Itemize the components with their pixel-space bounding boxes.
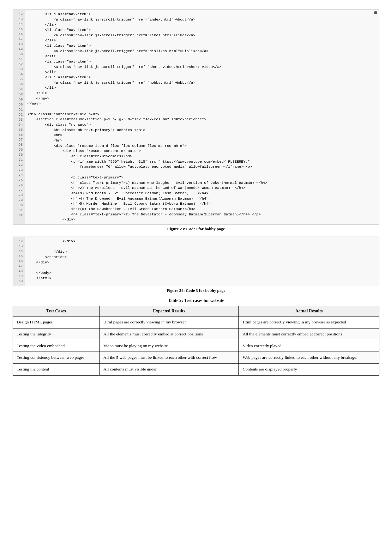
line-numbers-23: 4243444546474849505152535455565758596061… bbox=[13, 10, 25, 224]
corner-indicator bbox=[374, 11, 377, 14]
cell-actual: Html pages are correctly viewing in my b… bbox=[239, 316, 379, 328]
figure23-container: 4243444546474849505152535455565758596061… bbox=[13, 9, 379, 232]
line-number: 71 bbox=[14, 158, 23, 163]
line-number: 47 bbox=[14, 37, 23, 42]
line-number: 49 bbox=[14, 274, 23, 279]
line-number: 50 bbox=[14, 279, 23, 284]
line-number: 46 bbox=[14, 259, 23, 264]
cell-expected: Video must be playing on my website bbox=[100, 340, 239, 352]
line-number: 78 bbox=[14, 193, 23, 198]
line-number: 69 bbox=[14, 148, 23, 153]
line-number: 68 bbox=[14, 142, 23, 148]
line-number: 59 bbox=[14, 97, 23, 102]
line-number: 62 bbox=[14, 112, 23, 117]
line-number: 77 bbox=[14, 188, 23, 193]
line-number: 43 bbox=[14, 244, 23, 249]
test-cases-table: Test Cases Expected Results Actual Resul… bbox=[13, 306, 379, 375]
line-number: 48 bbox=[14, 269, 23, 274]
table-row: Testing consistency between web pagesAll… bbox=[13, 352, 379, 364]
table-row: Testing the video embeddedVideo must be … bbox=[13, 340, 379, 352]
cell-test-case: Testing the content bbox=[13, 364, 100, 375]
code-content-24: </div> </div> </section> </div> </body> … bbox=[25, 237, 379, 286]
line-number: 73 bbox=[14, 168, 23, 173]
line-number: 64 bbox=[14, 123, 23, 128]
line-number: 55 bbox=[14, 77, 23, 82]
line-number: 61 bbox=[14, 107, 23, 112]
code-figure-23: 4243444546474849505152535455565758596061… bbox=[13, 9, 379, 225]
line-number: 70 bbox=[14, 153, 23, 158]
line-numbers-24: 424344454647484950 bbox=[13, 237, 25, 286]
line-number: 82 bbox=[14, 213, 23, 218]
col-header-expected: Expected Results bbox=[100, 306, 239, 316]
cell-test-case: Testing the integrity bbox=[13, 328, 100, 340]
line-number: 52 bbox=[14, 62, 23, 67]
line-number: 57 bbox=[14, 87, 23, 92]
line-number: 42 bbox=[14, 12, 23, 17]
line-number: 81 bbox=[14, 208, 23, 213]
line-number: 50 bbox=[14, 52, 23, 57]
line-number: 63 bbox=[14, 117, 23, 123]
line-number: 76 bbox=[14, 183, 23, 188]
line-number: 75 bbox=[14, 178, 23, 183]
line-number: 45 bbox=[14, 254, 23, 259]
line-number: 42 bbox=[14, 239, 23, 244]
cell-test-case: Testing the video embedded bbox=[13, 340, 100, 352]
line-number: 72 bbox=[14, 163, 23, 168]
cell-expected: All the 5 web pages must be linked to ea… bbox=[100, 352, 239, 364]
cell-actual: Web pages are correctly linked to each o… bbox=[239, 352, 379, 364]
cell-actual: Contents are displayed properly bbox=[239, 364, 379, 375]
line-number: 47 bbox=[14, 264, 23, 269]
line-number: 58 bbox=[14, 92, 23, 97]
cell-expected: Html pages are correctly viewing in my b… bbox=[100, 316, 239, 328]
cell-test-case: Testing consistency between web pages bbox=[13, 352, 100, 364]
line-number: 65 bbox=[14, 128, 23, 133]
cell-actual: Video correctly played bbox=[239, 340, 379, 352]
line-number: 46 bbox=[14, 32, 23, 37]
line-number: 43 bbox=[14, 17, 23, 22]
cell-expected: All the elements must correctly embed at… bbox=[100, 328, 239, 340]
line-number: 67 bbox=[14, 137, 23, 142]
line-number: 53 bbox=[14, 67, 23, 72]
line-number: 48 bbox=[14, 42, 23, 47]
line-number: 51 bbox=[14, 57, 23, 62]
table-row: Testing the integrityAll the elements mu… bbox=[13, 328, 379, 340]
line-number: 54 bbox=[14, 72, 23, 77]
line-number: 56 bbox=[14, 82, 23, 87]
figure24-container: 424344454647484950 </div> </div> </secti… bbox=[13, 237, 379, 293]
line-number: 74 bbox=[14, 173, 23, 178]
table-row: Design HTML pagesHtml pages are correctl… bbox=[13, 316, 379, 328]
col-header-actual: Actual Results bbox=[239, 306, 379, 316]
line-number: 79 bbox=[14, 198, 23, 203]
line-number: 44 bbox=[14, 249, 23, 254]
code-figure-24: 424344454647484950 </div> </div> </secti… bbox=[13, 237, 379, 286]
cell-test-case: Design HTML pages bbox=[13, 316, 100, 328]
table-header-row: Test Cases Expected Results Actual Resul… bbox=[13, 306, 379, 316]
code-content-23: <li class="nav-item"> <a class="nav-link… bbox=[25, 10, 379, 224]
table2-caption: Table 2: Test cases for website bbox=[13, 298, 379, 303]
line-number: 66 bbox=[14, 133, 23, 138]
figure24-caption: Figure 24: Code 3 for hobby page bbox=[13, 288, 379, 293]
figure23-caption: Figure 23: Code2 for hobby page bbox=[13, 226, 379, 232]
line-number: 80 bbox=[14, 203, 23, 208]
line-number: 60 bbox=[14, 102, 23, 107]
cell-actual: All the elements must correctly embed at… bbox=[239, 328, 379, 340]
col-header-test-cases: Test Cases bbox=[13, 306, 100, 316]
line-number: 49 bbox=[14, 47, 23, 52]
line-number: 44 bbox=[14, 22, 23, 27]
cell-expected: All contents must visible under bbox=[100, 364, 239, 375]
line-number: 45 bbox=[14, 27, 23, 32]
table-row: Testing the contentAll contents must vis… bbox=[13, 364, 379, 375]
